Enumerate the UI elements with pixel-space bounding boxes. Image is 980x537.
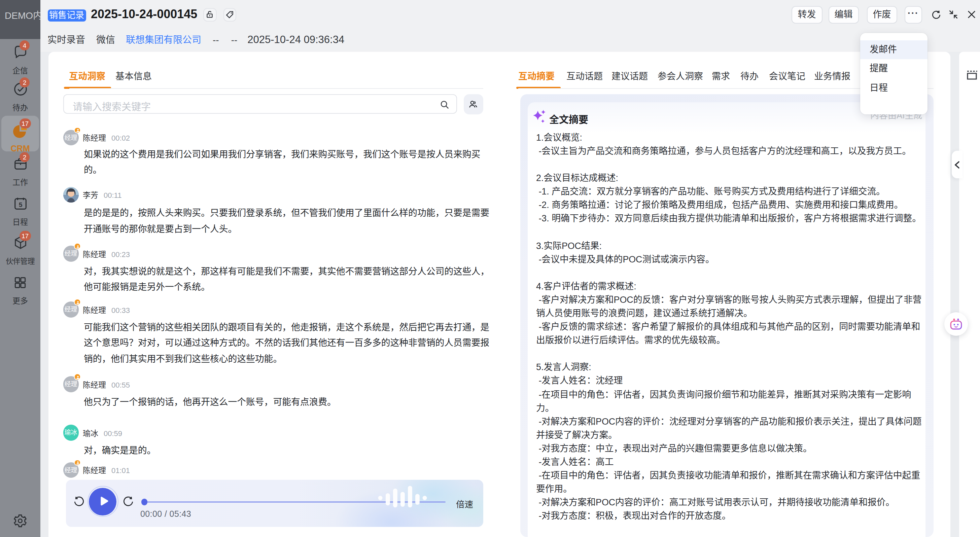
svg-text:5: 5 bbox=[19, 201, 22, 208]
